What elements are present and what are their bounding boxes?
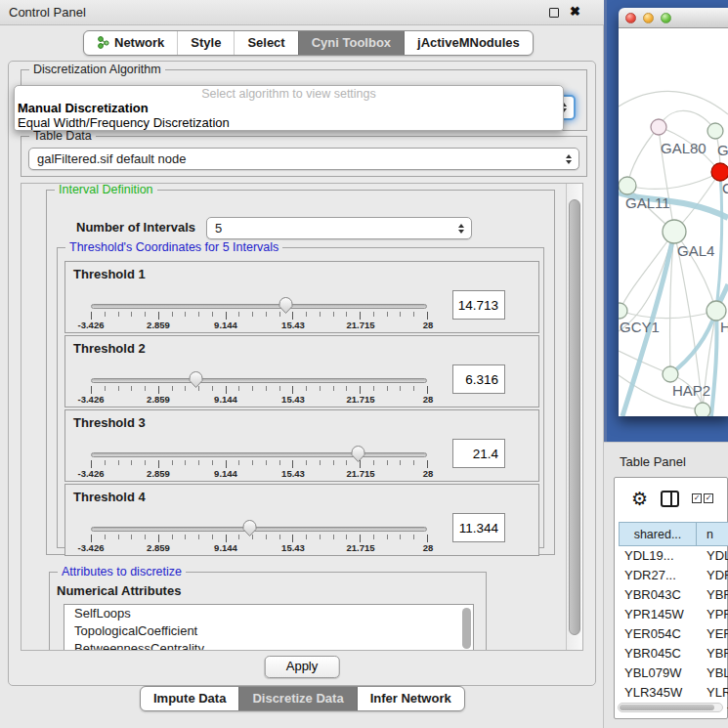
table-row[interactable]: YBL079WYBL0 bbox=[619, 664, 728, 683]
threshold-value-field[interactable] bbox=[452, 439, 505, 468]
settings-scrollbar-thumb[interactable] bbox=[569, 199, 580, 635]
threshold-value-field[interactable] bbox=[452, 513, 505, 542]
network-node[interactable] bbox=[711, 163, 728, 181]
threshold-label: Threshold 2 bbox=[73, 341, 146, 356]
minimize-traffic-light[interactable] bbox=[643, 13, 654, 23]
network-canvas[interactable]: GAL80GACGAL11GAL4GCY1HHAP2 bbox=[619, 28, 728, 416]
table-row[interactable]: YBR045CYBR0 bbox=[619, 644, 728, 664]
settings-viewport: Interval Definition Number of Intervals … bbox=[21, 184, 567, 650]
number-of-intervals-combo[interactable]: 5 bbox=[206, 217, 472, 239]
table-panel-title: Table Panel bbox=[620, 454, 686, 469]
network-node[interactable] bbox=[707, 301, 726, 321]
threshold-slider[interactable]: -3.4262.8599.14415.4321.71528 bbox=[91, 522, 428, 555]
threshold-value-field[interactable] bbox=[452, 364, 505, 394]
tab-cyni-toolbox[interactable]: Cyni Toolbox bbox=[298, 31, 404, 55]
group-title: Table Data bbox=[29, 129, 96, 143]
network-window-titlebar bbox=[619, 8, 728, 28]
apply-button[interactable]: Apply bbox=[265, 656, 340, 678]
table-row[interactable]: YLR345WYLR3 bbox=[619, 683, 728, 703]
checkbox-icon: ✓ bbox=[692, 493, 702, 503]
network-node[interactable] bbox=[707, 123, 723, 139]
popup-option-manual[interactable]: Manual Discretization bbox=[18, 101, 149, 115]
table-cell: YBR0 bbox=[697, 644, 728, 664]
select-columns-icon[interactable]: ✓ ✓ bbox=[692, 493, 713, 503]
float-window-icon[interactable] bbox=[549, 8, 559, 18]
tick-label: 28 bbox=[423, 394, 434, 405]
threshold-row: Threshold 4 -3.4262.8599.14415.4321.7152… bbox=[64, 484, 539, 556]
network-node[interactable] bbox=[663, 366, 678, 382]
table-row[interactable]: YDL19...YDL1 bbox=[619, 546, 728, 566]
node-label: GAL4 bbox=[677, 242, 714, 259]
table-horizontal-scrollbar[interactable] bbox=[618, 703, 723, 712]
columns-icon[interactable] bbox=[661, 491, 679, 507]
attribute-list-item[interactable]: SelfLoops bbox=[64, 605, 473, 622]
node-label: GCY1 bbox=[620, 319, 660, 335]
tab-jactivemnodules[interactable]: jActiveMNodules bbox=[404, 31, 533, 55]
table-cell: YBL0 bbox=[697, 664, 728, 683]
threshold-slider[interactable]: -3.4262.8599.14415.4321.71528 bbox=[91, 373, 428, 407]
network-node[interactable] bbox=[619, 177, 636, 194]
zoom-traffic-light[interactable] bbox=[661, 13, 671, 23]
tab-network[interactable]: Network bbox=[84, 31, 177, 55]
table-hscrollbar-thumb[interactable] bbox=[620, 705, 714, 710]
close-traffic-light[interactable] bbox=[625, 13, 636, 23]
network-node[interactable] bbox=[695, 403, 710, 416]
tick-label: 21.715 bbox=[346, 542, 374, 553]
tab-discretize-data[interactable]: Discretize Data bbox=[238, 687, 356, 710]
table-cell: YBL079W bbox=[619, 664, 697, 683]
threshold-value-field[interactable] bbox=[452, 290, 505, 320]
slider-tick-labels: -3.4262.8599.14415.4321.71528 bbox=[91, 320, 428, 331]
node-label: C bbox=[722, 180, 728, 196]
table-row[interactable]: YPR145WYPR1 bbox=[619, 605, 728, 624]
tick-label: 28 bbox=[423, 468, 434, 479]
node-label: GAL80 bbox=[661, 140, 707, 156]
threshold-row: Threshold 2 -3.4262.8599.14415.4321.7152… bbox=[64, 335, 539, 407]
number-of-intervals-label: Number of Intervals bbox=[76, 220, 195, 235]
column-header-name[interactable]: n bbox=[697, 522, 728, 546]
table-cell: YLR3 bbox=[697, 683, 728, 703]
slider-thumb[interactable] bbox=[188, 370, 204, 389]
gear-icon[interactable]: ⚙ bbox=[631, 490, 648, 508]
slider-thumb[interactable] bbox=[241, 519, 258, 537]
tick-label: 21.715 bbox=[346, 320, 374, 330]
attribute-list-item[interactable]: BetweennessCentrality bbox=[64, 640, 473, 650]
table-cell: YLR345W bbox=[619, 683, 697, 703]
tab-select[interactable]: Select bbox=[234, 31, 297, 55]
table-cell: YBR045C bbox=[619, 644, 697, 664]
table-row[interactable]: YER054CYER0 bbox=[619, 624, 728, 644]
threshold-slider[interactable]: -3.4262.8599.14415.4321.71528 bbox=[91, 448, 428, 481]
network-node[interactable] bbox=[663, 220, 686, 243]
attributes-group: Attributes to discretize Numerical Attri… bbox=[49, 572, 487, 650]
control-panel: Control Panel ✖ Network Style Select Cyn… bbox=[0, 0, 604, 728]
tick-label: 15.43 bbox=[281, 468, 305, 479]
network-node[interactable] bbox=[619, 303, 627, 319]
node-label: GAL11 bbox=[625, 194, 670, 211]
table-row[interactable]: YBR043CYBR0 bbox=[619, 585, 728, 605]
table-cell: YPR145W bbox=[619, 605, 697, 624]
table-cell: YER0 bbox=[697, 624, 728, 644]
network-window: GAL80GACGAL11GAL4GCY1HHAP2 bbox=[619, 8, 728, 416]
group-title: Interval Definition bbox=[55, 184, 157, 196]
close-icon[interactable]: ✖ bbox=[570, 4, 580, 19]
table-row[interactable]: YDR27...YDR2 bbox=[619, 566, 728, 585]
slider-thumb[interactable] bbox=[350, 445, 366, 463]
tick-label: -3.426 bbox=[78, 468, 105, 479]
slider-tick-labels: -3.4262.8599.14415.4321.71528 bbox=[91, 468, 428, 480]
tick-label: 21.715 bbox=[346, 468, 374, 479]
tab-style[interactable]: Style bbox=[177, 31, 234, 55]
table-data-combo[interactable]: galFiltered.sif default node bbox=[28, 148, 579, 170]
list-scrollbar-thumb[interactable] bbox=[462, 608, 471, 649]
threshold-slider[interactable]: -3.4262.8599.14415.4321.71528 bbox=[91, 299, 428, 332]
popup-option-equal-width[interactable]: Equal Width/Frequency Discretization bbox=[18, 115, 230, 130]
numerical-attributes-heading: Numerical Attributes bbox=[57, 583, 181, 598]
slider-thumb[interactable] bbox=[278, 296, 294, 315]
tick-label: 15.43 bbox=[281, 320, 305, 330]
tab-impute-data[interactable]: Impute Data bbox=[141, 687, 238, 710]
attribute-list-item[interactable]: TopologicalCoefficient bbox=[64, 622, 473, 640]
network-node[interactable] bbox=[651, 119, 666, 135]
numerical-attributes-list: SelfLoopsTopologicalCoefficientBetweenne… bbox=[64, 604, 474, 650]
table-cell: YPR1 bbox=[697, 605, 728, 624]
tab-infer-network[interactable]: Infer Network bbox=[357, 687, 464, 710]
settings-scrollbar[interactable] bbox=[566, 184, 582, 650]
column-header-shared-name[interactable]: shared... bbox=[619, 522, 697, 546]
